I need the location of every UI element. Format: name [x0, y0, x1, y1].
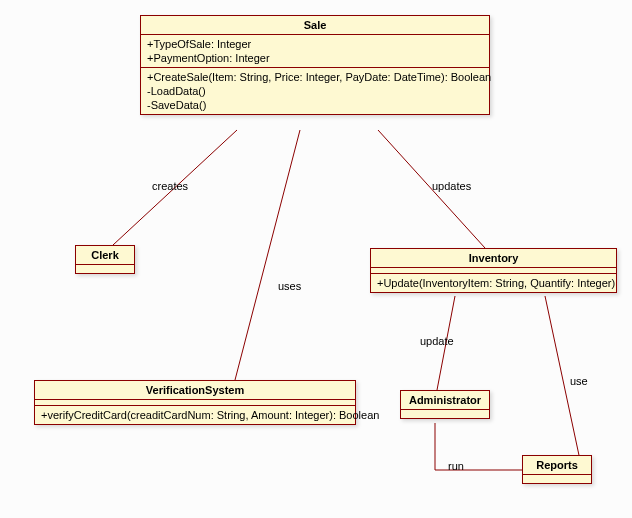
class-reports-title: Reports [523, 456, 591, 475]
class-sale-attrs: +TypeOfSale: Integer +PaymentOption: Int… [141, 35, 489, 68]
class-clerk-empty [76, 265, 134, 273]
label-updates: updates [432, 180, 471, 192]
class-admin-title: Administrator [401, 391, 489, 410]
class-clerk[interactable]: Clerk [75, 245, 135, 274]
class-inventory-ops: +Update(InventoryItem: String, Quantify:… [371, 274, 616, 292]
class-sale[interactable]: Sale +TypeOfSale: Integer +PaymentOption… [140, 15, 490, 115]
label-use: use [570, 375, 588, 387]
label-run: run [448, 460, 464, 472]
class-admin-empty [401, 410, 489, 418]
sale-op: -SaveData() [147, 98, 483, 112]
label-creates: creates [152, 180, 188, 192]
sale-attr: +PaymentOption: Integer [147, 51, 483, 65]
class-reports[interactable]: Reports [522, 455, 592, 484]
class-inventory-title: Inventory [371, 249, 616, 268]
class-sale-title: Sale [141, 16, 489, 35]
sale-op: -LoadData() [147, 84, 483, 98]
class-sale-ops: +CreateSale(Item: String, Price: Integer… [141, 68, 489, 114]
sale-attr: +TypeOfSale: Integer [147, 37, 483, 51]
class-inventory[interactable]: Inventory +Update(InventoryItem: String,… [370, 248, 617, 293]
class-reports-empty [523, 475, 591, 483]
sale-op: +CreateSale(Item: String, Price: Integer… [147, 70, 483, 84]
class-verification[interactable]: VerificationSystem +verifyCreditCard(cre… [34, 380, 356, 425]
class-clerk-title: Clerk [76, 246, 134, 265]
class-admin[interactable]: Administrator [400, 390, 490, 419]
edge-uses [235, 130, 300, 380]
label-update: update [420, 335, 454, 347]
label-uses: uses [278, 280, 301, 292]
verification-op: +verifyCreditCard(creaditCardNum: String… [41, 408, 349, 422]
class-verification-title: VerificationSystem [35, 381, 355, 400]
inventory-op: +Update(InventoryItem: String, Quantify:… [377, 276, 610, 290]
class-verification-ops: +verifyCreditCard(creaditCardNum: String… [35, 406, 355, 424]
